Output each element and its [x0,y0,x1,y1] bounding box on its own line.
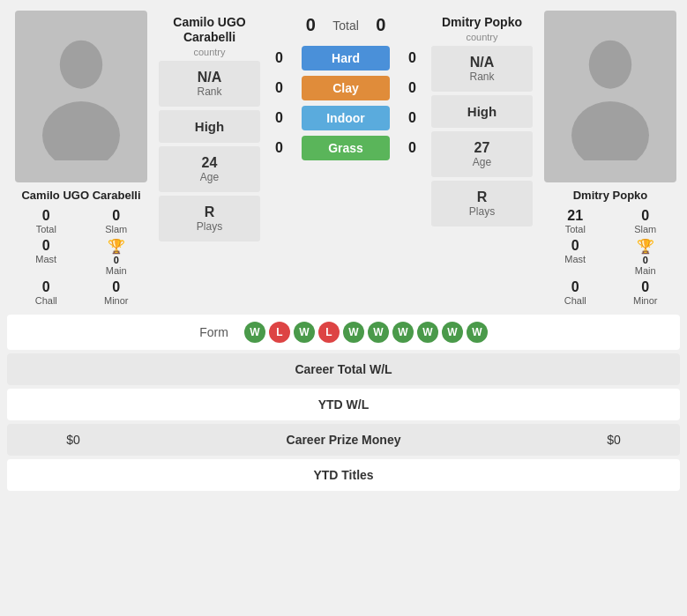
total-label: Total [332,19,359,33]
left-total-label: Total [36,224,56,234]
form-badges: WLWLWWWWWW [244,322,488,343]
stat-row: Career Total W/L [7,353,680,385]
surface-right-score: 0 [397,140,428,156]
left-trophy-icon: 🏆 [108,238,125,255]
left-mast-label: Mast [35,254,56,264]
right-rank-block: N/A Rank [431,46,533,92]
svg-point-2 [589,41,631,89]
form-badge-w: W [392,322,414,343]
left-age-value: 24 [163,155,256,171]
left-slam-label: Slam [105,224,127,234]
left-minor-stat: 0 Minor [83,279,150,306]
center-surfaces: 0 Total 0 0Hard00Clay00Indoor00Grass0 [264,11,428,160]
left-trophy-main: 🏆 0 Main [83,238,150,276]
right-chall-label: Chall [564,295,586,306]
right-chall-stat: 0 Chall [542,279,609,306]
left-age-block: 24 Age [159,146,260,192]
right-country: country [431,32,533,42]
left-chall-value: 0 [42,279,50,295]
right-rank-value: N/A [436,55,528,71]
stat-row-label: YTD Titles [126,468,561,482]
right-slam-label: Slam [634,224,656,234]
right-age-block: 27 Age [431,131,533,177]
left-mast-value: 0 [42,238,50,254]
form-badge-w: W [368,322,389,343]
surface-badge-clay: Clay [302,76,390,100]
right-player-avatar-section: Dmitry Popko 21 Total 0 Slam 0 Mast 🏆 0 [536,11,684,306]
stat-row: YTD Titles [7,459,680,491]
right-plays-label: Plays [436,205,528,218]
left-main-value: 0 [114,255,119,265]
right-level-block: High [431,95,533,128]
right-rank-label: Rank [436,71,528,83]
left-rank-block: N/A Rank [159,61,260,107]
form-badge-w: W [417,322,438,343]
left-slam-stat: 0 Slam [83,208,150,234]
right-minor-label: Minor [633,295,658,306]
left-minor-label: Minor [104,295,129,306]
surface-row: 0Clay0 [264,76,428,100]
surface-badge-grass: Grass [302,136,390,160]
left-player-name: Camilo UGO Carabelli [21,189,140,202]
right-total-label: Total [565,224,586,234]
right-plays-block: R Plays [431,181,533,226]
form-badge-w: W [442,322,463,343]
form-badge-w: W [343,322,364,343]
right-player-name: Dmitry Popko [573,189,648,202]
left-slam-value: 0 [112,208,120,224]
form-badge-w: W [294,322,315,343]
stat-row: YTD W/L [7,389,680,420]
right-age-label: Age [436,156,528,168]
right-age-value: 27 [436,140,528,156]
form-badge-l: L [269,322,290,343]
right-minor-value: 0 [641,279,649,295]
right-main-value: 0 [643,255,648,265]
left-plays-block: R Plays [159,196,260,241]
surface-badge-indoor: Indoor [302,106,390,130]
left-minor-value: 0 [112,279,120,295]
left-plays-value: R [163,204,256,220]
surface-row: 0Indoor0 [264,106,428,130]
left-chall-label: Chall [35,295,57,306]
total-row: 0 Total 0 [297,15,394,35]
right-total-value: 21 [567,208,583,224]
stat-row-right-value: $0 [561,433,667,447]
form-row: Form WLWLWWWWWW [7,315,680,350]
left-level-block: High [159,110,260,143]
right-slam-stat: 0 Slam [612,208,679,234]
form-badge-w: W [467,322,488,343]
svg-point-1 [42,101,120,160]
surface-left-score: 0 [264,80,295,96]
svg-point-0 [60,41,102,89]
right-level-value: High [436,104,528,119]
form-badge-l: L [318,322,340,343]
left-rank-value: N/A [163,70,256,85]
right-chall-value: 0 [571,279,579,295]
total-right-score: 0 [368,15,394,35]
left-country: country [159,47,260,57]
right-total-stat: 21 Total [542,208,609,234]
right-mast-stat: 0 Mast [542,238,609,276]
left-info-panel: Camilo UGO Carabelli country N/A Rank Hi… [159,11,260,241]
right-trophy-main: 🏆 0 Main [612,238,679,276]
right-player-photo [544,11,676,182]
left-level-value: High [163,119,256,134]
surface-left-score: 0 [264,50,295,66]
surface-left-score: 0 [264,110,295,126]
stat-row: $0Career Prize Money$0 [7,424,680,456]
form-label: Form [199,325,228,339]
left-total-stat: 0 Total [13,208,80,234]
left-chall-stat: 0 Chall [13,279,80,306]
left-age-label: Age [163,171,256,183]
stat-row-label: Career Total W/L [126,362,561,376]
stat-row-label: Career Prize Money [126,433,561,447]
left-player-avatar-section: Camilo UGO Carabelli 0 Total 0 Slam 0 Ma… [7,11,155,306]
form-badge-w: W [244,322,265,343]
right-plays-value: R [436,189,528,205]
right-mast-value: 0 [571,238,579,254]
right-slam-value: 0 [641,208,649,224]
surface-row: 0Grass0 [264,136,428,160]
surface-badge-hard: Hard [302,46,390,71]
bottom-section: Form WLWLWWWWWW Career Total W/LYTD W/L$… [0,310,687,500]
right-info-panel: Dmitry Popko country N/A Rank High 27 Ag… [431,11,533,226]
